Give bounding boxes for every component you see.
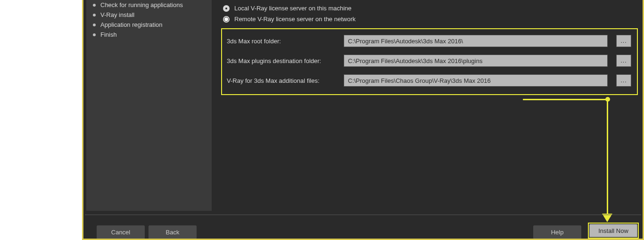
radio-remote-license[interactable]: Remote V-Ray license server on the netwo… bbox=[223, 16, 638, 23]
browse-root-button[interactable]: ... bbox=[616, 35, 631, 47]
radio-label: Remote V-Ray license server on the netwo… bbox=[234, 16, 355, 23]
label-plugins-folder: 3ds Max plugins destination folder: bbox=[227, 57, 344, 64]
license-server-group: Local V-Ray license server on this machi… bbox=[223, 5, 638, 23]
installer-window: Check for running applications V-Ray ins… bbox=[82, 0, 644, 240]
sidebar-item-app-registration: Application registration bbox=[86, 20, 212, 30]
radio-icon-selected bbox=[223, 5, 230, 12]
input-plugins-folder[interactable] bbox=[344, 55, 608, 67]
sidebar-item-vray-install: V-Ray install bbox=[86, 10, 212, 20]
label-root-folder: 3ds Max root folder: bbox=[227, 38, 344, 45]
sidebar-item-label: Application registration bbox=[100, 21, 163, 28]
annotation-arrow-vertical bbox=[607, 99, 608, 216]
footer-bar: Cancel Back Help Install Now bbox=[83, 215, 643, 239]
cancel-button[interactable]: Cancel bbox=[97, 225, 145, 239]
row-plugins-folder: 3ds Max plugins destination folder: ... bbox=[227, 55, 631, 67]
annotation-arrow-horizontal bbox=[523, 99, 607, 100]
radio-local-license[interactable]: Local V-Ray license server on this machi… bbox=[223, 5, 638, 12]
install-highlight-box: Install Now bbox=[588, 223, 639, 239]
bullet-icon bbox=[93, 14, 96, 16]
sidebar-item-label: Check for running applications bbox=[100, 1, 183, 8]
content-area: Check for running applications V-Ray ins… bbox=[83, 0, 643, 214]
help-button[interactable]: Help bbox=[533, 225, 581, 239]
sidebar-item-check-apps: Check for running applications bbox=[86, 0, 212, 10]
input-root-folder[interactable] bbox=[344, 35, 608, 47]
sidebar-item-label: Finish bbox=[100, 31, 117, 38]
bullet-icon bbox=[93, 4, 96, 7]
browse-plugins-button[interactable]: ... bbox=[616, 55, 631, 67]
sidebar-item-label: V-Ray install bbox=[100, 11, 134, 18]
radio-icon bbox=[223, 16, 230, 23]
back-button[interactable]: Back bbox=[149, 225, 197, 239]
sidebar-item-finish: Finish bbox=[86, 30, 212, 40]
label-additional-files: V-Ray for 3ds Max additional files: bbox=[227, 77, 344, 84]
radio-label: Local V-Ray license server on this machi… bbox=[234, 5, 352, 12]
bullet-icon bbox=[93, 24, 96, 26]
row-additional-files: V-Ray for 3ds Max additional files: ... bbox=[227, 74, 631, 87]
paths-highlight-box: 3ds Max root folder: ... 3ds Max plugins… bbox=[221, 28, 638, 95]
main-panel: Local V-Ray license server on this machi… bbox=[212, 0, 643, 214]
sidebar-steps: Check for running applications V-Ray ins… bbox=[86, 0, 212, 211]
row-root-folder: 3ds Max root folder: ... bbox=[227, 35, 631, 47]
browse-additional-button[interactable]: ... bbox=[616, 74, 631, 87]
input-additional-files[interactable] bbox=[344, 74, 608, 87]
bullet-icon bbox=[93, 33, 96, 36]
install-now-button[interactable]: Install Now bbox=[589, 224, 637, 237]
